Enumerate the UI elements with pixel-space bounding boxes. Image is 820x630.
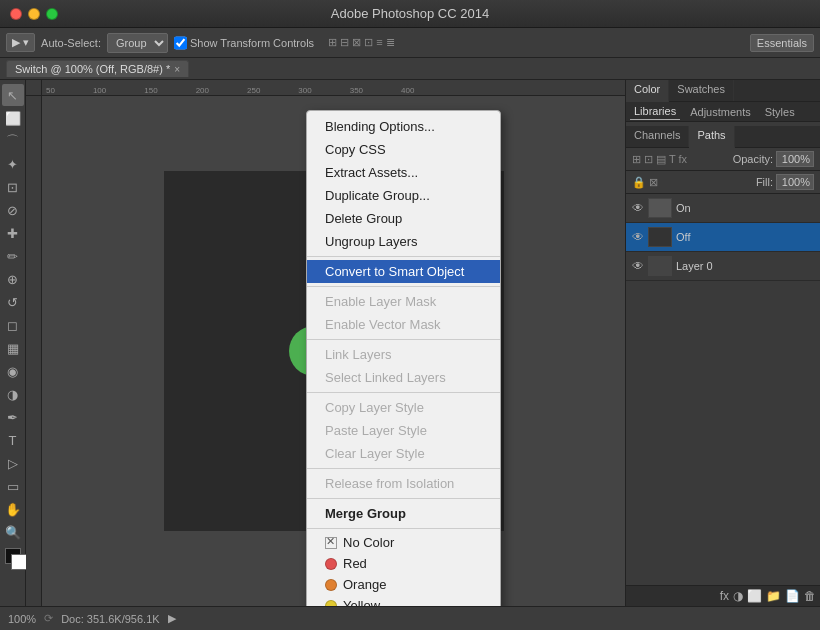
subtab-libraries[interactable]: Libraries [630,103,680,120]
essentials-button[interactable]: Essentials [750,34,814,52]
tool-marquee[interactable]: ⬜ [2,107,24,129]
eye-icon-on[interactable]: 👁 [632,201,644,215]
tool-pen[interactable]: ✒ [2,406,24,428]
background-color[interactable] [11,554,27,570]
maximize-button[interactable] [46,8,58,20]
cm-sep-3 [307,339,500,340]
tool-dodge[interactable]: ◑ [2,383,24,405]
new-layer-icon[interactable]: 📄 [785,589,800,603]
fill-label: Fill: [756,176,773,188]
layer-name-off: Off [676,231,690,243]
eye-icon-layer0[interactable]: 👁 [632,259,644,273]
tool-arrow[interactable]: ▶ ▾ [6,33,35,52]
status-icon: ⟳ [44,612,53,625]
layer-thumb-on [648,198,672,218]
context-menu: Blending Options... Copy CSS Extract Ass… [306,110,501,606]
doc-tab-close[interactable]: × [174,64,180,75]
align-icons: ⊞ ⊟ ⊠ ⊡ ≡ ≣ [328,36,395,49]
folder-icon[interactable]: 📁 [766,589,781,603]
fill-value[interactable]: 100% [776,174,814,190]
minimize-button[interactable] [28,8,40,20]
tool-gradient[interactable]: ▦ [2,337,24,359]
cm-ungroup-layers[interactable]: Ungroup Layers [307,230,500,253]
layer-item-on[interactable]: 👁 On [626,194,820,223]
layer-item-off[interactable]: 👁 Off [626,223,820,252]
tool-eyedropper[interactable]: ⊘ [2,199,24,221]
tool-healing[interactable]: ✚ [2,222,24,244]
window-title: Adobe Photoshop CC 2014 [331,6,489,21]
show-transform-checkbox[interactable] [174,33,187,53]
tool-wand[interactable]: ✦ [2,153,24,175]
layer-name-on: On [676,202,691,214]
tool-brush[interactable]: ✏ [2,245,24,267]
fill-control: Fill: 100% [756,174,814,190]
ruler-top: 50 100 150 200 250 300 350 400 [42,80,625,96]
auto-select-dropdown[interactable]: Group Layer [107,33,168,53]
tool-move[interactable]: ↖ [2,84,24,106]
status-arrow[interactable]: ▶ [168,612,176,625]
tool-shape[interactable]: ▭ [2,475,24,497]
cm-convert-smart-object[interactable]: Convert to Smart Object [307,260,500,283]
title-bar: Adobe Photoshop CC 2014 [0,0,820,28]
new-fill-icon[interactable]: ◑ [733,589,743,603]
tool-history[interactable]: ↺ [2,291,24,313]
panels-right: Color Swatches Libraries Adjustments Sty… [625,80,820,606]
cm-color-yellow[interactable]: Yellow [307,595,500,606]
tool-eraser[interactable]: ◻ [2,314,24,336]
cm-duplicate-group[interactable]: Duplicate Group... [307,184,500,207]
tool-crop[interactable]: ⊡ [2,176,24,198]
cm-clear-layer-style: Clear Layer Style [307,442,500,465]
tool-path-select[interactable]: ▷ [2,452,24,474]
tab-color[interactable]: Color [626,80,669,102]
cm-copy-css[interactable]: Copy CSS [307,138,500,161]
cm-merge-group-header: Merge Group [307,502,500,525]
cm-delete-group[interactable]: Delete Group [307,207,500,230]
cm-extract-assets[interactable]: Extract Assets... [307,161,500,184]
close-button[interactable] [10,8,22,20]
ruler-left [26,96,42,606]
cm-color-orange[interactable]: Orange [307,574,500,595]
cm-color-no-color[interactable]: No Color [307,532,500,553]
show-transform-label[interactable]: Show Transform Controls [174,33,314,53]
yellow-label: Yellow [343,598,380,606]
layer-item-layer0[interactable]: 👁 Layer 0 [626,252,820,281]
zoom-level: 100% [8,613,36,625]
layer-thumb-layer0 [648,256,672,276]
eye-icon-off[interactable]: 👁 [632,230,644,244]
cm-paste-layer-style: Paste Layer Style [307,419,500,442]
foreground-color[interactable] [5,548,21,564]
cm-enable-layer-mask: Enable Layer Mask [307,290,500,313]
doc-tab-label: Switch @ 100% (Off, RGB/8#) * [15,63,170,75]
ruler-corner [26,80,42,96]
tool-lasso[interactable]: ⌒ [2,130,24,152]
cm-sep-1 [307,256,500,257]
tool-zoom[interactable]: 🔍 [2,521,24,543]
tool-type[interactable]: T [2,429,24,451]
cm-sep-4 [307,392,500,393]
tool-clone[interactable]: ⊕ [2,268,24,290]
fx-icon[interactable]: fx [720,589,729,603]
canvas-area: 50 100 150 200 250 300 350 400 Blending … [26,80,625,606]
tool-hand[interactable]: ✋ [2,498,24,520]
layer-controls-row2: 🔒 ⊠ Fill: 100% [626,171,820,194]
tool-blur[interactable]: ◉ [2,360,24,382]
subtab-styles[interactable]: Styles [761,104,799,120]
delete-layer-icon[interactable]: 🗑 [804,589,816,603]
channels-panel-tabs: Channels Paths [626,126,820,148]
opacity-value[interactable]: 100% [776,151,814,167]
ruler-ticks: 50 100 150 200 250 300 350 400 [42,80,414,95]
tab-channels[interactable]: Channels [626,126,689,147]
subtab-adjustments[interactable]: Adjustments [686,104,755,120]
cm-select-linked-layers: Select Linked Layers [307,366,500,389]
status-bar: 100% ⟳ Doc: 351.6K/956.1K ▶ [0,606,820,630]
layer-name-layer0: Layer 0 [676,260,713,272]
cm-sep-2 [307,286,500,287]
document-tab[interactable]: Switch @ 100% (Off, RGB/8#) * × [6,60,189,77]
tab-paths[interactable]: Paths [689,126,734,148]
window-controls[interactable] [10,8,58,20]
tab-swatches[interactable]: Swatches [669,80,734,101]
new-mask-icon[interactable]: ⬜ [747,589,762,603]
layer-thumb-off [648,227,672,247]
cm-color-red[interactable]: Red [307,553,500,574]
cm-blending-options[interactable]: Blending Options... [307,115,500,138]
